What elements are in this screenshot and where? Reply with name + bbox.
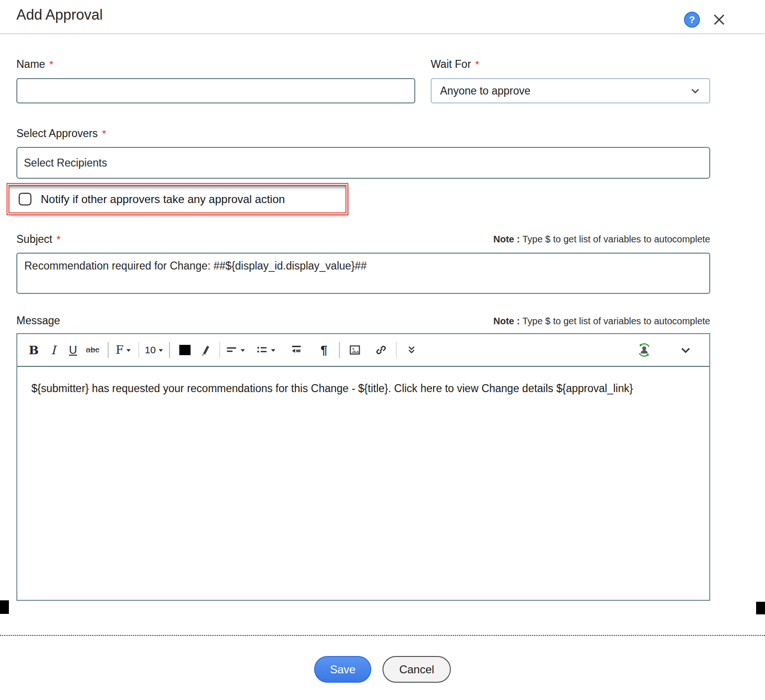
help-glyph: ? (689, 14, 695, 25)
header-divider (0, 33, 765, 34)
screenshot-artifact-right (756, 602, 765, 614)
close-icon[interactable] (710, 10, 728, 29)
highlight-pen-icon[interactable] (195, 339, 214, 361)
subject-note: Note : Type $ to get list of variables t… (424, 234, 710, 245)
toolbar-separator (220, 342, 221, 358)
footer-actions: Save Cancel (0, 656, 765, 683)
select-approvers-input[interactable]: Select Recipients (16, 147, 710, 179)
font-size-dropdown[interactable]: 10 (144, 339, 164, 361)
paragraph-icon[interactable]: ¶ (314, 339, 334, 361)
toolbar-separator (139, 342, 140, 358)
chevron-down-icon (690, 85, 701, 96)
insert-image-icon[interactable] (345, 339, 365, 361)
italic-icon[interactable]: I (44, 339, 63, 361)
rich-text-toolbar: B I U abc F 10 ¶ (17, 334, 709, 367)
footer-dotted-divider (0, 635, 765, 636)
wait-for-label: Wait For* (431, 58, 479, 71)
save-button[interactable]: Save (314, 656, 371, 683)
message-editor: B I U abc F 10 ¶ (16, 333, 710, 601)
caret-down-icon (158, 348, 163, 352)
subject-input[interactable]: Recommendation required for Change: ##${… (16, 253, 710, 294)
outdent-icon[interactable] (286, 339, 306, 361)
notify-label: Notify if other approvers take any appro… (41, 193, 285, 206)
bold-icon[interactable]: B (24, 339, 44, 361)
underline-icon[interactable]: U (63, 339, 83, 361)
user-variables-sync-icon[interactable] (634, 339, 654, 361)
align-left-icon (225, 344, 238, 356)
font-family-dropdown[interactable]: F (114, 339, 133, 361)
toolbar-separator (108, 342, 109, 358)
message-input[interactable]: ${submitter} has requested your recommen… (17, 367, 709, 410)
wait-for-value: Anyone to approve (440, 85, 530, 97)
collapse-toolbar-icon[interactable] (676, 339, 695, 361)
text-color-icon[interactable] (175, 339, 195, 361)
caret-down-icon (271, 348, 276, 352)
caret-down-icon (126, 348, 131, 352)
more-tools-icon[interactable] (402, 339, 421, 361)
notify-checkbox[interactable] (19, 193, 31, 205)
screenshot-artifact-left (0, 600, 9, 614)
message-value: ${submitter} has requested your recommen… (31, 382, 633, 394)
subject-value: Recommendation required for Change: ##${… (24, 260, 367, 272)
bullet-list-icon (256, 344, 268, 356)
dialog-title: Add Approval (16, 7, 103, 23)
select-approvers-placeholder: Select Recipients (24, 157, 107, 169)
notify-annotation-callout: Notify if other approvers take any appro… (8, 185, 346, 213)
required-asterisk: * (102, 128, 106, 139)
insert-link-icon[interactable] (371, 339, 391, 361)
wait-for-select[interactable]: Anyone to approve (431, 78, 710, 103)
cancel-button[interactable]: Cancel (382, 656, 451, 683)
select-approvers-label: Select Approvers* (16, 127, 106, 140)
name-input[interactable] (16, 78, 415, 103)
caret-down-icon (240, 348, 245, 352)
required-asterisk: * (49, 58, 53, 70)
align-dropdown[interactable] (225, 339, 245, 361)
toolbar-separator (396, 342, 397, 358)
toolbar-right-group (634, 339, 703, 361)
subject-label: Subject* (16, 233, 60, 246)
message-label: Message (16, 314, 60, 327)
toolbar-separator (169, 342, 170, 358)
list-dropdown[interactable] (256, 339, 276, 361)
toolbar-separator (339, 342, 340, 358)
strikethrough-icon[interactable]: abc (83, 339, 103, 361)
required-asterisk: * (57, 233, 61, 245)
help-icon[interactable]: ? (684, 12, 700, 28)
message-note: Note : Type $ to get list of variables t… (424, 316, 710, 327)
required-asterisk: * (475, 58, 479, 70)
name-label: Name* (16, 58, 53, 71)
